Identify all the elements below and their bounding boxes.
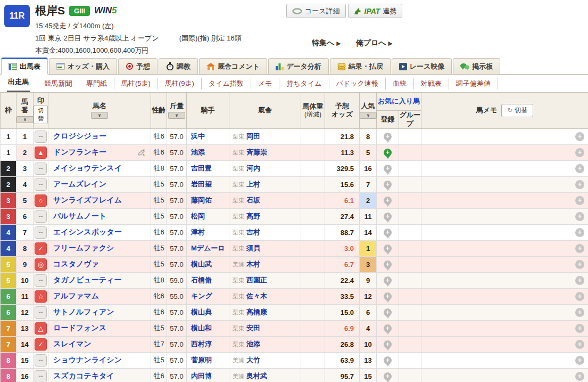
memo-add-button[interactable]: [575, 356, 584, 365]
jockey-link[interactable]: 内田博: [191, 372, 212, 380]
horse-name-link[interactable]: スレイマン: [53, 339, 92, 348]
jockey-link[interactable]: 津村: [191, 228, 205, 236]
memo-add-button[interactable]: [575, 148, 584, 157]
jockey-link[interactable]: Mデムーロ: [191, 244, 225, 252]
mark-button[interactable]: ✓: [35, 338, 47, 351]
trainer-link[interactable]: 高橋康: [246, 308, 267, 316]
horse-name-link[interactable]: タガノビューティー: [53, 275, 121, 284]
horse-name-link[interactable]: アームズレイン: [53, 180, 106, 188]
horse-name-link[interactable]: クロジシジョー: [53, 132, 106, 140]
tab-keijiban[interactable]: 掲示板: [453, 58, 500, 74]
memo-add-button[interactable]: [575, 340, 584, 349]
mark-button[interactable]: --: [35, 131, 47, 143]
jockey-link[interactable]: 藤岡佑: [191, 196, 212, 204]
horse-name-link[interactable]: バルサムノート: [53, 212, 106, 220]
tab-kyusha-comment[interactable]: 厩舎コメント: [199, 58, 267, 74]
jockey-link[interactable]: 岩田望: [191, 180, 212, 188]
favorite-pin-button[interactable]: [384, 372, 392, 380]
memo-add-button[interactable]: [575, 372, 584, 381]
mark-button[interactable]: --: [35, 210, 47, 223]
course-detail-button[interactable]: コース詳細: [286, 4, 346, 18]
jockey-link[interactable]: 石橋脩: [191, 276, 212, 284]
sort-umaban-button[interactable]: [16, 116, 34, 123]
sort-ninki-button[interactable]: [360, 112, 377, 119]
favorite-pin-button[interactable]: [384, 340, 392, 348]
tab-kekka-haraimodoshi[interactable]: 結果・払戻: [330, 58, 391, 74]
trainer-link[interactable]: 奥村武: [246, 372, 267, 380]
horse-name-link[interactable]: サトノルフィアン: [53, 307, 114, 316]
jockey-link[interactable]: 松岡: [191, 212, 205, 220]
favorite-pin-button[interactable]: [384, 133, 392, 141]
horse-name-link[interactable]: アルファマム: [53, 291, 99, 300]
favorite-pin-button[interactable]: [384, 292, 392, 300]
favorite-pin-button[interactable]: [384, 229, 392, 237]
mark-button[interactable]: ◎: [35, 258, 47, 271]
mark-button[interactable]: --: [35, 306, 47, 319]
memo-add-button[interactable]: [575, 196, 584, 205]
horse-name-link[interactable]: エイシンスポッター: [53, 227, 122, 236]
jockey-link[interactable]: 横山典: [191, 308, 212, 316]
mark-button[interactable]: --: [35, 274, 47, 287]
jockey-link[interactable]: 吉田豊: [191, 164, 212, 172]
jockey-link[interactable]: 西村淳: [191, 340, 212, 348]
trainer-link[interactable]: 木村: [246, 260, 260, 268]
trainer-link[interactable]: 吉村: [246, 228, 260, 236]
memo-add-button[interactable]: [575, 180, 584, 189]
trainer-link[interactable]: 河内: [246, 164, 260, 172]
horse-name-link[interactable]: ショウナンライシン: [53, 355, 122, 364]
subtab-mochi-time[interactable]: 持ちタイム: [279, 78, 329, 90]
mark-button[interactable]: --: [35, 178, 47, 191]
mark-toggle-button[interactable]: 切替: [34, 105, 48, 124]
jockey-link[interactable]: 横山武: [191, 260, 212, 268]
horse-name-link[interactable]: コスタノヴァ: [53, 259, 99, 268]
horse-name-link[interactable]: メイショウテンスイ: [53, 164, 122, 172]
subtab-time-shisu[interactable]: タイム指数: [202, 78, 251, 90]
trainer-link[interactable]: 大竹: [246, 356, 260, 364]
horse-name-link[interactable]: フリームファクシ: [53, 243, 114, 252]
horse-name-link[interactable]: ドンフランキー: [53, 148, 106, 156]
tab-yosou[interactable]: 予想: [118, 58, 158, 74]
tab-race-eizo[interactable]: レース映像: [392, 58, 452, 74]
memo-toggle-button[interactable]: 切替: [501, 104, 533, 117]
sort-kinryo-button[interactable]: [168, 112, 185, 119]
memo-add-button[interactable]: [575, 276, 584, 285]
horse-name-link[interactable]: ロードフォンス: [53, 323, 106, 332]
memo-add-button[interactable]: [575, 324, 584, 333]
trainer-link[interactable]: 佐々木: [246, 292, 267, 300]
favorite-pin-button[interactable]: [384, 245, 392, 253]
subtab-taisenhyo[interactable]: 対戦表: [414, 78, 449, 90]
jockey-link[interactable]: 横山和: [191, 324, 212, 332]
trainer-link[interactable]: 斉藤崇: [246, 148, 267, 156]
favorite-pin-button[interactable]: [384, 197, 392, 205]
ipat-link-button[interactable]: IPAT 連携: [348, 4, 403, 18]
favorite-pin-button[interactable]: [384, 149, 392, 157]
subtab-shussoba[interactable]: 出走馬: [0, 78, 37, 90]
mark-button[interactable]: --: [35, 162, 47, 175]
horse-name-link[interactable]: サンライズフレイム: [53, 196, 122, 204]
mark-button[interactable]: ✓: [35, 242, 47, 255]
tab-odds[interactable]: オッズ・購入: [49, 58, 117, 74]
trainer-link[interactable]: 石坂: [246, 196, 260, 204]
trainer-link[interactable]: 西園正: [246, 276, 267, 284]
orepro-link[interactable]: 俺プロへ ▶: [356, 38, 393, 48]
tab-chokyo[interactable]: 調教: [159, 58, 198, 74]
jockey-link[interactable]: 浜中: [191, 132, 205, 140]
favorite-pin-button[interactable]: [384, 324, 392, 332]
mark-button[interactable]: △: [35, 322, 47, 335]
mark-button[interactable]: --: [35, 226, 47, 239]
trainer-link[interactable]: 上村: [246, 180, 260, 188]
subtab-kettou[interactable]: 血統: [386, 78, 414, 90]
memo-add-button[interactable]: [575, 292, 584, 301]
favorite-pin-button[interactable]: [384, 181, 392, 189]
trainer-link[interactable]: 須貝: [246, 244, 260, 252]
mark-button[interactable]: --: [35, 354, 47, 367]
favorite-pin-button[interactable]: [384, 165, 392, 173]
subtab-umabashira-5[interactable]: 馬柱(5走): [114, 78, 158, 90]
memo-add-button[interactable]: [575, 164, 584, 173]
memo-add-button[interactable]: [575, 260, 584, 269]
memo-add-button[interactable]: [575, 212, 584, 221]
favorite-pin-button[interactable]: [384, 277, 392, 285]
tab-shutsubahyo[interactable]: 出馬表: [1, 58, 48, 75]
jockey-link[interactable]: キング: [191, 292, 212, 300]
tab-data-bunseki[interactable]: データ分析: [268, 58, 329, 74]
